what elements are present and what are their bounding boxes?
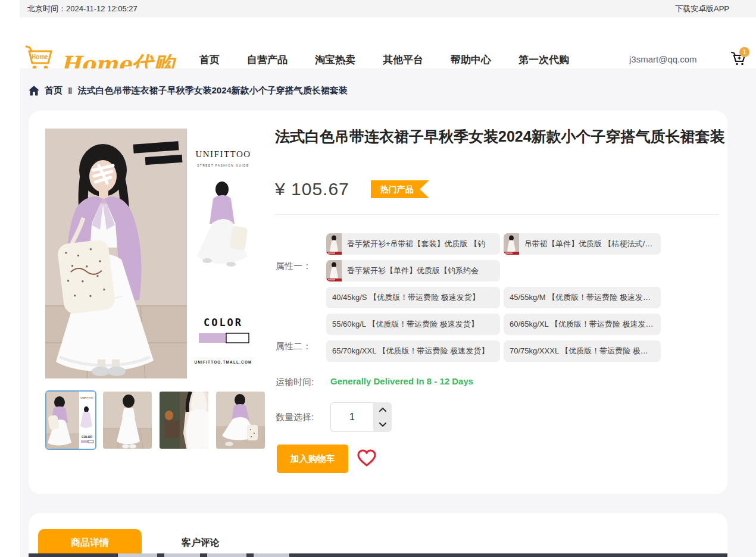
- cart-icon: [731, 58, 746, 68]
- detail-tabs-card: 商品详情 客户评论: [29, 513, 727, 557]
- option-thumb-icon: [326, 260, 342, 281]
- download-app-link[interactable]: 下载安卓版APP: [675, 4, 729, 14]
- attr2-option-s[interactable]: 40/45kg/S 【优质版！带运费险 极速发货】: [326, 287, 500, 308]
- detail-image-top-edge: [29, 553, 727, 557]
- add-to-cart-button[interactable]: 加入购物车: [277, 445, 348, 473]
- attr2-option-xxxl[interactable]: 70/75kg/XXXL 【优质版！带运费险 极速发货】: [504, 340, 661, 362]
- tab-customer-reviews[interactable]: 客户评论: [156, 537, 245, 549]
- thumbnail-strip: UNIFITTOO COLOR: [45, 390, 266, 450]
- quantity-input[interactable]: [330, 402, 373, 432]
- nav-first-purchase[interactable]: 第一次代购: [518, 53, 569, 67]
- nav-other-platforms[interactable]: 其他平台: [383, 53, 423, 67]
- quantity-label: 数量选择:: [276, 412, 314, 423]
- nav-home[interactable]: 首页: [199, 53, 220, 67]
- product-card: UNIFITTOO STREET FASHION GUIDE COLOR UNI…: [29, 111, 727, 494]
- attr1-option-3[interactable]: 香芋紫开衫【单件】优质版【钓系约会: [326, 260, 500, 281]
- chevron-up-icon: [379, 408, 386, 412]
- quantity-stepper: [373, 402, 392, 432]
- beijing-time: 北京时间：2024-11-12 12:05:27: [27, 4, 138, 14]
- svg-text:Home: Home: [32, 54, 48, 60]
- attr2-label: 属性二：: [276, 341, 311, 352]
- divider: [275, 214, 719, 215]
- option-thumb-icon: [504, 233, 519, 255]
- panel-tagline: STREET FASHION GUIDE: [197, 164, 249, 167]
- panel-site: UNIFITTOO.TMALL.COM: [194, 360, 252, 364]
- breadcrumb-current: 法式白色吊带连衣裙子早秋季女装2024新款小个子穿搭气质长裙套装: [77, 85, 347, 96]
- home-icon: [29, 86, 39, 96]
- breadcrumb-separator: ‖: [68, 86, 72, 96]
- attr2-option-xl[interactable]: 60/65kg/XL 【优质版！带运费险 极速发货】: [504, 314, 661, 335]
- price-row: ¥ 105.67 热门产品: [275, 179, 429, 199]
- product-title: 法式白色吊带连衣裙子早秋季女装2024新款小个子穿搭气质长裙套装: [275, 126, 727, 147]
- page: 北京时间：2024-11-12 12:05:27 下载安卓版APP Home H…: [0, 0, 756, 557]
- favorite-heart-icon[interactable]: [357, 449, 377, 468]
- hot-product-badge: 热门产品: [371, 180, 429, 198]
- chevron-down-icon: [379, 423, 386, 427]
- breadcrumb: 首页 ‖ 法式白色吊带连衣裙子早秋季女装2024新款小个子穿搭气质长裙套装: [29, 85, 348, 96]
- attr2-option-xxl[interactable]: 65/70kg/XXL 【优质版！带运费险 极速发货】: [326, 340, 500, 362]
- product-main-image: UNIFITTOO STREET FASHION GUIDE COLOR UNI…: [45, 129, 260, 378]
- panel-color-label: COLOR: [204, 317, 243, 328]
- product-price: ¥ 105.67: [275, 179, 349, 199]
- option-thumb-icon: [326, 233, 342, 255]
- tab-product-details[interactable]: 商品详情: [38, 529, 142, 557]
- shipping-time-label: 运输时间:: [276, 377, 314, 388]
- quantity-down-button[interactable]: [373, 417, 392, 432]
- top-bar: 北京时间：2024-11-12 12:05:27 下载安卓版APP: [20, 0, 756, 17]
- cart-button[interactable]: 1: [731, 51, 752, 71]
- attr1-option-2[interactable]: 吊带裙【单件】优质版 【桔梗法式/松弛: [504, 233, 661, 255]
- account-email[interactable]: j3smart@qq.com: [629, 54, 697, 64]
- nav-help-center[interactable]: 帮助中心: [451, 53, 491, 67]
- quantity-up-button[interactable]: [373, 402, 392, 417]
- thumbnail-2[interactable]: [102, 390, 153, 450]
- nav-self-products[interactable]: 自营产品: [247, 53, 288, 67]
- thumbnail-1[interactable]: UNIFITTOO COLOR: [45, 390, 96, 450]
- attr1-option-1[interactable]: 香芋紫开衫+吊带裙【套装】优质版 【钓: [326, 233, 500, 255]
- attr1-label: 属性一：: [276, 261, 311, 272]
- attr2-option-m[interactable]: 45/55kg/M 【优质版！带运费险 极速发货】: [504, 287, 661, 308]
- svg-text:UNIFITTOO: UNIFITTOO: [80, 396, 93, 399]
- nav-taobao-hot[interactable]: 淘宝热卖: [315, 53, 355, 67]
- shipping-time-value: Generally Delivered In 8 - 12 Days: [330, 376, 473, 386]
- thumbnail-4[interactable]: [215, 390, 266, 450]
- main-nav: 首页 自营产品 淘宝热卖 其他平台 帮助中心 第一次代购: [199, 53, 569, 67]
- thumbnail-3[interactable]: [158, 390, 210, 450]
- cart-count-badge: 1: [739, 47, 749, 57]
- attr2-option-l[interactable]: 55/60kg/L 【优质版！带运费险 极速发货】: [326, 314, 500, 335]
- breadcrumb-home[interactable]: 首页: [45, 85, 63, 96]
- svg-text:COLOR: COLOR: [82, 435, 92, 439]
- site-header: Home Home代购 首页 自营产品 淘宝热卖 其他平台 帮助中心 第一次代购…: [0, 17, 756, 68]
- panel-brand: UNIFITTOO: [195, 149, 251, 159]
